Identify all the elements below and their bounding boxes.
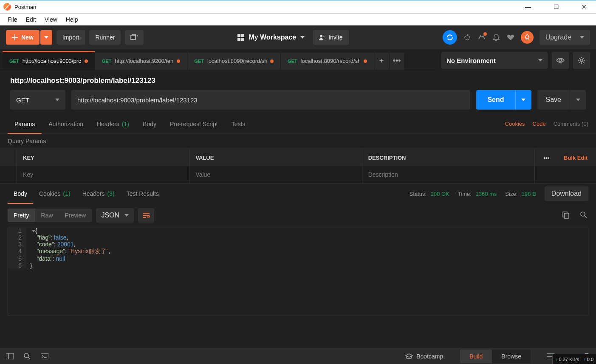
tab-overflow-button[interactable]: ••• (390, 53, 405, 70)
send-button-dropdown[interactable] (515, 90, 531, 110)
runner-button[interactable]: Runner (89, 30, 121, 45)
resp-tab-headers[interactable]: Headers (3) (76, 183, 121, 204)
param-value-input[interactable] (195, 171, 356, 178)
bulk-edit-link[interactable]: Bulk Edit (558, 149, 596, 166)
resp-tab-cookies[interactable]: Cookies (1) (33, 183, 76, 204)
tab-method: GET (288, 59, 297, 64)
svg-rect-10 (565, 213, 569, 218)
svg-rect-1 (12, 37, 18, 38)
cookies-link[interactable]: Cookies (505, 121, 525, 127)
chevron-down-icon (576, 99, 580, 101)
menu-view[interactable]: View (40, 16, 62, 23)
tab-headers[interactable]: Headers (1) (90, 115, 136, 133)
response-time: Time: 1360 ms (458, 191, 497, 197)
search-response-button[interactable] (580, 211, 588, 220)
svg-point-5 (320, 35, 322, 37)
chevron-down-icon (44, 36, 48, 39)
console-button[interactable] (41, 353, 48, 359)
method-selector[interactable]: GET (10, 90, 65, 110)
request-tabs-strip: GET http://localhost:9003/prc GET http:/… (0, 51, 435, 71)
tab-dirty-dot (270, 59, 274, 63)
url-input[interactable] (71, 90, 470, 110)
view-build[interactable]: Build (460, 350, 492, 363)
copy-icon (562, 211, 570, 219)
new-button[interactable]: New (6, 30, 40, 45)
menu-help[interactable]: Help (62, 16, 82, 23)
view-pretty[interactable]: Pretty (8, 209, 35, 222)
sidebar-toggle-button[interactable] (6, 353, 14, 359)
send-button[interactable]: Send (476, 90, 515, 110)
response-toolbar: Pretty Raw Preview JSON (0, 204, 596, 227)
tab-authorization[interactable]: Authorization (42, 115, 90, 133)
chevron-down-icon (55, 99, 59, 101)
tab-body[interactable]: Body (136, 115, 163, 133)
response-status: Status: 200 OK (410, 191, 449, 197)
param-description-input[interactable] (368, 171, 528, 178)
response-subtabs: Body Cookies (1) Headers (3) Test Result… (0, 183, 596, 204)
favorites-icon[interactable] (506, 33, 515, 42)
new-window-button[interactable]: + (125, 30, 144, 45)
save-button[interactable]: Save (537, 90, 570, 110)
tab-prerequest[interactable]: Pre-request Script (163, 115, 225, 133)
window-minimize-button[interactable]: — (520, 3, 537, 10)
add-tab-button[interactable]: + (374, 53, 390, 70)
window-close-button[interactable]: ✕ (576, 3, 593, 10)
tab-label: http://localhost:9200/ten (115, 58, 173, 64)
copy-response-button[interactable] (562, 211, 571, 220)
import-button[interactable]: Import (56, 30, 85, 45)
capture-icon[interactable] (463, 33, 472, 42)
plus-icon (12, 34, 18, 40)
network-monitor-overlay: ↓ 0.27 KB/s ↑ 0.0 (552, 354, 596, 364)
view-browse[interactable]: Browse (492, 350, 531, 363)
environment-settings-button[interactable] (573, 52, 590, 69)
environment-label: No Environment (446, 57, 496, 64)
app-body: New Import Runner + My Workspace + Invit… (0, 25, 596, 364)
download-button[interactable]: Download (545, 186, 588, 201)
tab-label: localhost:8090/record/sh (301, 58, 360, 64)
request-tab[interactable]: GET localhost:8090/record/sh (281, 53, 374, 70)
response-size: Size: 198 B (505, 191, 536, 197)
tab-method: GET (102, 59, 112, 64)
view-raw[interactable]: Raw (35, 209, 59, 222)
response-format-selector[interactable]: JSON (96, 208, 134, 223)
tab-tests[interactable]: Tests (225, 115, 252, 133)
params-columns-config[interactable]: ••• (535, 149, 558, 166)
bootcamp-launch-icon[interactable] (521, 31, 534, 44)
svg-rect-17 (41, 353, 48, 359)
resp-tab-tests[interactable]: Test Results (121, 183, 165, 204)
svg-rect-3 (132, 34, 136, 35)
svg-rect-2 (130, 35, 136, 40)
param-key-input[interactable] (23, 171, 183, 178)
search-icon (580, 211, 588, 219)
invite-label: Invite (328, 34, 342, 41)
response-body-code[interactable]: 1{ 2 "flag": false, 3 "code": 20001, 4 "… (8, 227, 588, 316)
new-button-dropdown[interactable] (40, 30, 52, 45)
sync-button[interactable] (443, 30, 457, 45)
menu-edit[interactable]: Edit (22, 16, 40, 23)
wrap-lines-button[interactable] (138, 208, 154, 223)
request-tab[interactable]: GET localhost:8090/record/sh (187, 53, 281, 70)
svg-line-16 (28, 357, 30, 359)
view-preview[interactable]: Preview (59, 209, 92, 222)
workspace-selector[interactable]: My Workspace (237, 34, 305, 41)
find-button[interactable] (24, 353, 31, 360)
tab-dirty-dot (364, 59, 367, 63)
comments-link[interactable]: Comments (0) (554, 121, 588, 127)
code-link[interactable]: Code (533, 121, 546, 127)
notifications-icon[interactable] (492, 33, 500, 42)
bootcamp-link[interactable]: Bootcamp (405, 353, 443, 360)
environment-preview-button[interactable] (552, 52, 569, 69)
menu-file[interactable]: File (3, 16, 22, 23)
request-tab[interactable]: GET http://localhost:9200/ten (95, 53, 188, 70)
invite-button[interactable]: + Invite (313, 30, 348, 45)
environment-selector[interactable]: No Environment (441, 52, 548, 69)
resp-tab-body[interactable]: Body (8, 183, 33, 204)
window-maximize-button[interactable]: ☐ (548, 3, 565, 10)
window-titlebar: Postman — ☐ ✕ (0, 0, 596, 14)
params-checkbox-col (0, 149, 17, 166)
alerts-icon[interactable] (477, 33, 486, 42)
save-button-dropdown[interactable] (570, 90, 586, 110)
upgrade-button[interactable]: Upgrade (540, 30, 590, 45)
request-tab[interactable]: GET http://localhost:9003/prc (3, 53, 95, 70)
tab-params[interactable]: Params (8, 115, 42, 133)
